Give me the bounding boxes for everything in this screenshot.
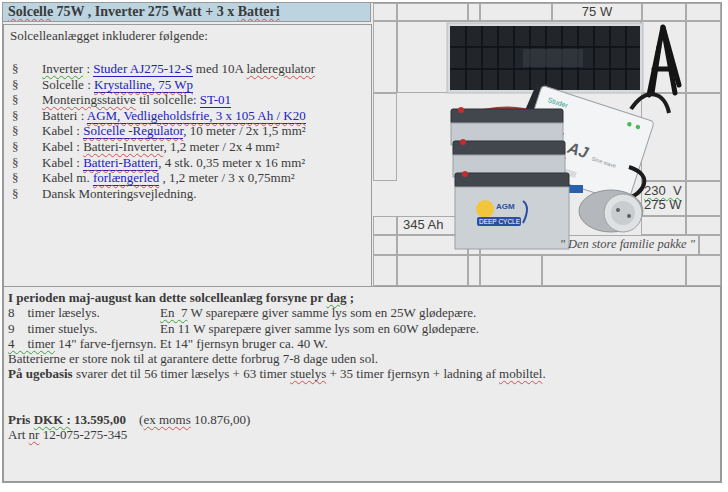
text-segment: Solcelle — [8, 4, 53, 19]
list-item: §Kabel m. forlængerled , 1,2 meter / 3 x… — [10, 170, 365, 186]
list-bullet: § — [10, 61, 42, 77]
text-segment: , 4 stk. 0,35 meter x 16 mm² — [158, 155, 305, 170]
text-segment: Pris — [8, 412, 34, 427]
battery-capacity-label: 345 Ah — [403, 217, 444, 232]
link[interactable]: ST-01 — [200, 92, 231, 108]
text-segment: . — [542, 366, 545, 381]
panel-stand-icon — [649, 27, 679, 95]
list-item-text: Inverter : Studer AJ275-12-S med 10A lad… — [42, 61, 315, 77]
text-segment: På ugebasis — [8, 366, 73, 381]
text-segment: 14" farve-fjernsyn. Et 14" fjernsyn brug… — [55, 336, 328, 351]
solar-panel-icon — [447, 23, 643, 93]
article-number-line: Art nr 12-075-275-345 — [8, 427, 716, 442]
battery-note: Batterierne er store nok til at garanter… — [8, 351, 716, 366]
usage-lines: 8 timer læselys.En 7 W sparepære giver s… — [8, 305, 716, 351]
usage-section: I perioden maj-august kan dette solcelle… — [3, 286, 721, 482]
grid-cell — [685, 255, 721, 286]
weekly-note: På ugebasis svarer det til 56 timer læse… — [8, 366, 716, 381]
link[interactable]: Solcelle -Regulator — [83, 123, 183, 139]
text-segment: Inverter — [42, 61, 83, 76]
text-segment: Dansk Monteringsvejledning. — [42, 186, 197, 201]
text-segment: mobiltel — [499, 366, 542, 381]
list-bullet: § — [10, 123, 42, 139]
product-page: Solcelle 75W , Inverter 275 Watt + 3 x B… — [0, 0, 728, 492]
list-bullet: § — [10, 77, 42, 93]
link[interactable]: Krystalline, 75 Wp — [94, 77, 193, 93]
list-item: §Inverter : Studer AJ275-12-S med 10A la… — [10, 61, 365, 77]
usage-line: 8 timer læselys.En 7 W sparepære giver s… — [8, 305, 716, 320]
text-segment: svarer det til 56 timer læselys + 63 tim… — [73, 366, 290, 381]
list-item-text: Kabel : Batteri-Inverter, 1,2 meter / 2x… — [42, 139, 279, 155]
list-item-text: Solcelle : Krystalline, 75 Wp — [42, 77, 193, 93]
text-segment: Solcelle : — [42, 77, 94, 92]
list-item-text: Dansk Monteringsvejledning. — [42, 186, 197, 202]
grid-cell — [397, 255, 469, 286]
list-bullet: § — [10, 108, 42, 124]
list-item: §Monteringsstative til solcelle: ST-01 — [10, 92, 365, 108]
package-list: §Inverter : Studer AJ275-12-S med 10A la… — [10, 61, 365, 201]
list-item: §Solcelle : Krystalline, 75 Wp — [10, 77, 365, 93]
spacer — [8, 382, 716, 412]
usage-heading: I perioden maj-august kan dette solcelle… — [8, 290, 716, 305]
text-segment: En 11 W sparepære giver samme lys som en… — [160, 321, 479, 336]
svg-text:AGM: AGM — [496, 202, 515, 211]
link[interactable]: Batteri-Batteri — [83, 155, 158, 171]
usage-line-left: 9 timer stuelys. — [8, 321, 160, 336]
list-item-text: Kabel : Solcelle -Regulator, 10 meter / … — [42, 123, 306, 139]
link[interactable]: AGM, Vedligeholdsfrie, 3 x 105 Ah / K20 — [87, 108, 306, 124]
text-segment: W sparepære giver samme lys som en 25W g… — [187, 305, 476, 320]
text-segment: 75W , Inverter 275 Watt + 3 x — [53, 4, 238, 19]
intro-text: Solcelleanlægget inkluderer følgende: — [10, 28, 365, 44]
list-item: §Kabel : Batteri-Inverter, 1,2 meter / 2… — [10, 139, 365, 155]
page-title: Solcelle 75W , Inverter 275 Watt + 3 x B… — [3, 3, 371, 22]
text-segment: ; — [347, 290, 355, 305]
text-segment: + 35 timer fjernsyn + ladning af — [326, 366, 499, 381]
list-bullet: § — [10, 92, 42, 108]
usage-line: 4 timer 14" farve-fjernsyn. Et 14" fjern… — [8, 336, 716, 351]
text-segment: , 1,2 meter / 3 x 0,75mm² — [159, 170, 294, 185]
list-item: §Dansk Monteringsvejledning. — [10, 186, 365, 202]
text-segment: I perioden maj-august kan dette solcelle… — [8, 290, 326, 305]
text-segment: ex moms — [143, 412, 190, 427]
grid-cell — [373, 255, 397, 286]
package-description-box: Solcelleanlægget inkluderer følgende: §I… — [3, 24, 372, 287]
list-bullet: § — [10, 170, 42, 186]
output-watt-label: 275 W — [644, 197, 682, 212]
link[interactable]: forlængerled — [93, 170, 159, 186]
list-bullet: § — [10, 139, 42, 155]
svg-text:DEEP CYCLE: DEEP CYCLE — [479, 218, 521, 225]
list-item-text: Kabel m. forlængerled , 1,2 meter / 3 x … — [42, 170, 295, 186]
price-line: Pris DKK : 13.595,00 (ex moms 10.876,00) — [8, 412, 716, 427]
panel-watt-label: 75 W — [551, 4, 643, 19]
text-segment: 10.876,00) — [191, 412, 251, 427]
list-item: §Kabel : Batteri-Batteri, 4 stk. 0,35 me… — [10, 155, 365, 171]
text-segment: ( — [126, 412, 143, 427]
text-segment: til solcelle: — [136, 92, 200, 107]
text-segment: dag — [326, 290, 346, 305]
text-segment: Batteri-Inverter — [83, 139, 163, 154]
list-item-text: Batteri : AGM, Vedligeholdsfrie, 3 x 105… — [42, 108, 306, 124]
text-segment: Kabel m. — [42, 170, 93, 185]
text-segment: , 10 meter / 2x 1,5 mm² — [183, 123, 305, 138]
usage-line: 9 timer stuelys.En 11 W sparepære giver … — [8, 321, 716, 336]
battery-stack-icon: AGM DEEP CYCLE — [451, 107, 569, 249]
list-item: §Kabel : Solcelle -Regulator, 10 meter /… — [10, 123, 365, 139]
text-segment: nr — [29, 427, 40, 442]
text-segment: 4 timer — [8, 336, 55, 351]
list-item-text: Monteringsstative til solcelle: ST-01 — [42, 92, 231, 108]
document-sheet: Solcelle 75W , Inverter 275 Watt + 3 x B… — [2, 2, 722, 483]
list-bullet: § — [10, 155, 42, 171]
power-socket-icon — [579, 190, 643, 232]
text-segment: 13.595,00 — [71, 412, 126, 427]
text-segment: Kabel : — [42, 123, 83, 138]
grid-cell — [479, 255, 543, 286]
text-segment: Kabel : — [42, 155, 83, 170]
grid-cell — [541, 255, 687, 286]
text-segment: , 1,2 meter / 2x 4 mm² — [163, 139, 279, 154]
text-segment: DKK : — [34, 412, 71, 427]
text-segment: Art — [8, 427, 29, 442]
list-bullet: § — [10, 186, 42, 202]
link[interactable]: Studer AJ275-12-S — [93, 61, 192, 77]
text-segment: Monteringsstative — [42, 92, 136, 107]
text-segment: Batteri — [238, 4, 280, 19]
